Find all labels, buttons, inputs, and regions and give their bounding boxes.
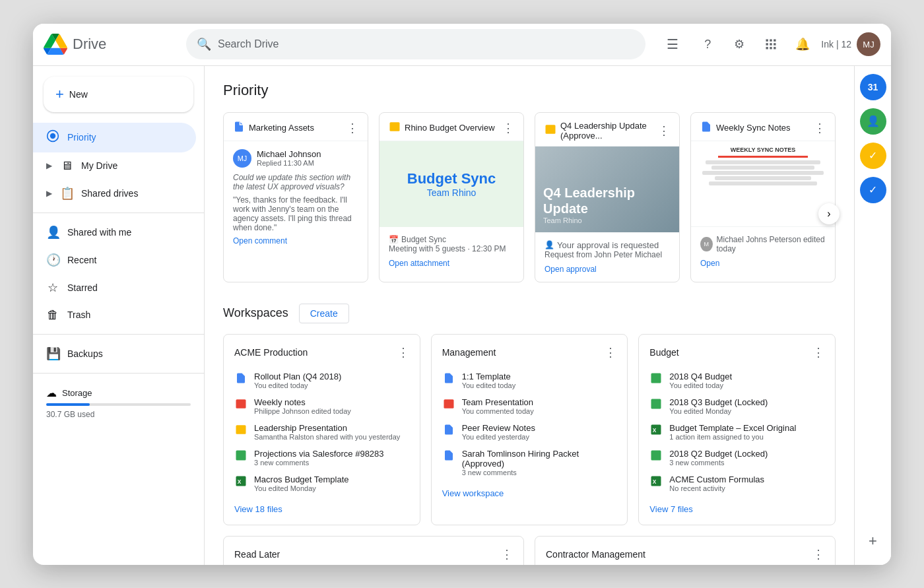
open-approval-link[interactable]: Open approval [544, 265, 670, 274]
more-icon-read-later[interactable]: ⋮ [501, 547, 513, 562]
new-button[interactable]: + New [44, 77, 193, 112]
more-icon-contractor[interactable]: ⋮ [812, 547, 824, 562]
workspace-budget: Budget ⋮ 2018 Q4 Budget You edited today [638, 334, 836, 525]
svg-rect-8 [774, 47, 776, 49]
more-icon-marketing[interactable]: ⋮ [346, 121, 358, 135]
ws-title-read-later: Read Later [234, 549, 280, 560]
apps-button[interactable] [758, 31, 784, 57]
file-name: Projections via Salesforce #98283 [254, 449, 384, 459]
ws-file-item[interactable]: X Budget Template – Excel Original 1 act… [649, 419, 824, 445]
more-icon-weekly[interactable]: ⋮ [814, 121, 826, 135]
ws-file-item[interactable]: Leadership Presentation Samantha Ralston… [234, 419, 409, 445]
my-drive-icon: 🖥 [60, 159, 73, 173]
sidebar-item-trash[interactable]: 🗑 Trash [33, 302, 196, 329]
ws-file-item[interactable]: X ACME Custom Formulas No recent activit… [649, 471, 824, 496]
file-meta: You edited today [462, 381, 516, 389]
ws-file-item[interactable]: Weekly notes Philippe Johnson edited tod… [234, 393, 409, 419]
calendar-panel-icon[interactable]: 31 [860, 74, 886, 100]
settings-button[interactable]: ⚙ [726, 31, 752, 57]
ws-file-item[interactable]: 2018 Q4 Budget You edited today [649, 368, 824, 393]
open-comment-link[interactable]: Open comment [233, 236, 358, 245]
sidebar-item-backups[interactable]: 💾 Backups [33, 340, 196, 368]
open-attachment-link[interactable]: Open attachment [389, 259, 514, 268]
ws-file-item[interactable]: Sarah Tomlinson Hiring Packet (Approved)… [442, 445, 617, 480]
ws-title-budget: Budget [649, 347, 678, 358]
storage-fill [46, 403, 90, 406]
more-icon-acme[interactable]: ⋮ [397, 345, 409, 360]
sidebar-label-my-drive: My Drive [81, 160, 117, 171]
drive-check-panel-icon[interactable]: ✓ [860, 177, 886, 203]
open-weekly-link[interactable]: Open [700, 259, 826, 268]
search-bar[interactable]: 🔍 Search Drive [186, 29, 645, 59]
slides-red-icon [442, 397, 455, 410]
ws-files-acme: Rollout Plan (Q4 2018) You edited today … [234, 368, 409, 496]
help-button[interactable]: ? [694, 31, 721, 57]
budget-preview-title: Budget Sync [407, 170, 496, 187]
card-title-q4: Q4 Leadership Update (Approve... [544, 121, 658, 141]
more-icon-q4[interactable]: ⋮ [658, 123, 670, 138]
sidebar-item-shared-with-me[interactable]: 👤 Shared with me [33, 218, 196, 246]
file-info: 1:1 Template You edited today [462, 372, 516, 389]
ws-file-item[interactable]: Rollout Plan (Q4 2018) You edited today [234, 368, 409, 393]
more-icon-budget[interactable]: ⋮ [812, 345, 824, 360]
ws-file-item[interactable]: Peer Review Notes You edited yesterday [442, 419, 617, 445]
svg-rect-5 [774, 43, 776, 45]
ws-file-item[interactable]: 2018 Q2 Budget (Locked) 3 new comments [649, 445, 824, 471]
sidebar-item-recent[interactable]: 🕐 Recent [33, 246, 196, 274]
workspaces-grid: ACME Production ⋮ Rollout Plan (Q4 2018)… [223, 334, 836, 525]
svg-rect-3 [766, 43, 768, 45]
more-icon-rhino[interactable]: ⋮ [502, 121, 514, 135]
svg-rect-23 [651, 450, 661, 460]
slide-icon-rhino [389, 121, 401, 135]
sidebar-item-starred[interactable]: ☆ Starred [33, 274, 196, 302]
recent-icon: 🕐 [46, 253, 59, 267]
tasks-panel-icon[interactable]: ✓ [860, 143, 886, 169]
chevron-icon-mydrive: ▶ [46, 161, 52, 170]
sidebar-item-shared-drives[interactable]: ▶ 📋 Shared drives [33, 180, 196, 207]
filter-icon[interactable]: ☰ [661, 31, 684, 57]
search-input[interactable]: Search Drive [218, 38, 279, 50]
sidebar-item-my-drive[interactable]: ▶ 🖥 My Drive [33, 152, 196, 180]
ws-title-management: Management [442, 347, 496, 358]
ws-file-item[interactable]: X Macros Budget Template You edited Mond… [234, 471, 409, 496]
card-body-q4: 👤 Your approval is requested Request fro… [535, 232, 679, 282]
comment-reply-text: "Yes, thanks for the feedback. I'll work… [233, 195, 358, 232]
ws-file-item[interactable]: Team Presentation You commented today [442, 393, 617, 419]
file-info: Projections via Salesforce #98283 3 new … [254, 449, 384, 467]
file-info: Peer Review Notes You edited yesterday [462, 423, 535, 441]
sidebar-item-priority[interactable]: Priority [33, 123, 196, 152]
ws-file-item[interactable]: 1:1 Template You edited today [442, 368, 617, 393]
create-workspace-button[interactable]: Create [299, 304, 349, 323]
file-info: Leadership Presentation Samantha Ralston… [254, 423, 400, 441]
file-name: ACME Custom Formulas [669, 474, 764, 484]
topbar: Drive 🔍 Search Drive ☰ ? ⚙ 🔔 Ink | 12 MJ [33, 24, 891, 66]
ws-file-item[interactable]: 2018 Q3 Budget (Locked) You edited Monda… [649, 393, 824, 419]
storage-label: Storage [62, 388, 92, 398]
notifications-button[interactable]: 🔔 [789, 31, 816, 57]
logo: Drive [44, 32, 176, 56]
ws-footer-management[interactable]: View workspace [442, 488, 617, 498]
storage-bar [46, 403, 191, 406]
ws-header-contractor: Contractor Management ⋮ [546, 547, 824, 562]
avatar[interactable]: MJ [857, 32, 880, 56]
priority-icon [46, 129, 59, 146]
search-icon: 🔍 [197, 37, 211, 51]
file-info: 2018 Q3 Budget (Locked) You edited Monda… [669, 397, 768, 415]
ws-footer-acme[interactable]: View 18 files [234, 504, 409, 514]
contacts-panel-icon[interactable]: 👤 [860, 108, 886, 135]
ws-file-item[interactable]: Projections via Salesforce #98283 3 new … [234, 445, 409, 471]
add-panel-button[interactable]: + [860, 528, 886, 554]
file-info: Budget Template – Excel Original 1 actio… [669, 423, 796, 441]
file-meta: 3 new comments [669, 459, 768, 467]
svg-rect-11 [390, 122, 400, 131]
more-icon-management[interactable]: ⋮ [605, 345, 616, 360]
card-header-q4: Q4 Leadership Update (Approve... ⋮ [535, 113, 679, 147]
budget-preview-sub: Team Rhino [427, 187, 477, 198]
sheets-icon [649, 449, 663, 462]
file-meta: You commented today [462, 407, 534, 415]
svg-rect-4 [770, 43, 772, 45]
card-title-text-weekly: Weekly Sync Notes [716, 123, 790, 133]
ws-footer-budget[interactable]: View 7 files [649, 504, 824, 514]
file-info: 2018 Q2 Budget (Locked) 3 new comments [669, 449, 768, 467]
card-next-button[interactable]: › [818, 203, 840, 224]
